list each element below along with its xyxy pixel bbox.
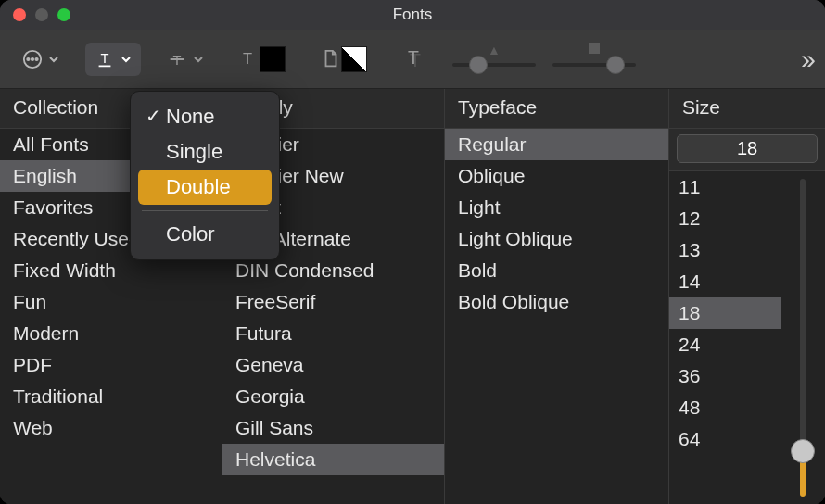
underline-menu-item[interactable]: None <box>138 99 272 134</box>
font-panel: Collection All FontsEnglishFavoritesRece… <box>0 89 825 504</box>
typeface-header: Typeface <box>445 89 668 129</box>
size-header: Size <box>669 89 825 129</box>
underline-dropdown-menu: NoneSingleDoubleColor <box>130 91 280 260</box>
square-mark-icon <box>589 43 600 54</box>
family-item[interactable]: Gill Sans <box>222 412 444 444</box>
toolbar: T T T T T <box>0 30 825 89</box>
svg-text:T: T <box>101 50 109 65</box>
close-window-button[interactable] <box>13 8 26 21</box>
collection-item[interactable]: Fun <box>0 286 222 318</box>
typeface-list[interactable]: RegularObliqueLightLight ObliqueBoldBold… <box>445 129 668 504</box>
family-item[interactable]: FreeSerif <box>222 286 444 318</box>
typeface-item[interactable]: Bold Oblique <box>445 286 668 318</box>
family-item[interactable]: Geneva <box>222 349 444 381</box>
family-item[interactable]: Helvetica <box>222 444 444 475</box>
underline-icon: T <box>95 49 115 69</box>
size-item[interactable]: 14 <box>669 266 781 297</box>
document-icon <box>321 46 341 72</box>
chevron-down-icon <box>48 54 59 65</box>
svg-point-1 <box>27 57 29 59</box>
size-slider[interactable] <box>781 171 825 504</box>
titlebar: Fonts <box>0 0 825 30</box>
size-item[interactable]: 48 <box>669 392 781 423</box>
slider-knob[interactable] <box>606 56 625 74</box>
text-color-swatch <box>260 46 286 72</box>
actions-menu-button[interactable] <box>13 43 69 76</box>
underline-menu-button[interactable]: T <box>85 43 141 76</box>
shadow-opacity-slider[interactable]: ▲ <box>452 43 536 76</box>
zoom-window-button[interactable] <box>57 8 70 21</box>
family-item[interactable]: Georgia <box>222 381 444 412</box>
size-item[interactable]: 11 <box>669 171 781 203</box>
collection-item[interactable]: Modern <box>0 318 222 349</box>
ellipsis-circle-icon <box>22 49 43 69</box>
size-item[interactable]: 36 <box>669 360 781 392</box>
minimize-window-button[interactable] <box>35 8 48 21</box>
toolbar-overflow-button[interactable]: ›› <box>801 44 812 75</box>
underline-menu-item[interactable]: Single <box>138 134 272 170</box>
typeface-column: Typeface RegularObliqueLightLight Obliqu… <box>445 89 669 504</box>
underline-menu-color[interactable]: Color <box>138 217 272 252</box>
svg-text:T: T <box>408 47 419 68</box>
window-controls <box>0 8 70 21</box>
underline-menu-item[interactable]: Double <box>138 170 272 205</box>
size-column: Size 111213141824364864 <box>669 89 825 504</box>
size-item[interactable]: 12 <box>669 203 781 234</box>
size-item[interactable]: 13 <box>669 234 781 266</box>
size-list[interactable]: 111213141824364864 <box>669 171 781 504</box>
svg-text:T: T <box>243 50 252 67</box>
document-color-swatch <box>341 46 367 72</box>
shadow-blur-slider[interactable] <box>552 43 636 76</box>
typeface-item[interactable]: Regular <box>445 129 668 160</box>
text-shadow-icon: T T <box>402 47 426 71</box>
fonts-window: Fonts T T T <box>0 0 825 504</box>
collection-item[interactable]: Traditional <box>0 381 222 412</box>
menu-separator <box>142 210 268 211</box>
strikethrough-icon: T <box>167 49 187 69</box>
slider-knob[interactable] <box>469 56 488 74</box>
slider-knob[interactable] <box>791 439 815 463</box>
window-title: Fonts <box>0 6 825 24</box>
chevron-down-icon <box>193 54 204 65</box>
text-shadow-button[interactable]: T T <box>393 43 436 76</box>
collection-item[interactable]: Web <box>0 412 222 444</box>
size-item[interactable]: 24 <box>669 329 781 360</box>
svg-point-2 <box>32 57 33 59</box>
text-color-button[interactable]: T <box>230 43 295 76</box>
strikethrough-menu-button[interactable]: T <box>158 43 213 76</box>
size-item[interactable]: 64 <box>669 423 781 455</box>
family-item[interactable]: Futura <box>222 318 444 349</box>
triangle-mark-icon: ▲ <box>488 43 501 57</box>
typeface-item[interactable]: Bold <box>445 255 668 286</box>
svg-point-3 <box>35 57 37 59</box>
size-item[interactable]: 18 <box>669 297 781 329</box>
text-color-icon: T <box>239 46 260 72</box>
typeface-item[interactable]: Oblique <box>445 160 668 192</box>
typeface-item[interactable]: Light Oblique <box>445 223 668 255</box>
collection-item[interactable]: PDF <box>0 349 222 381</box>
typeface-item[interactable]: Light <box>445 192 668 223</box>
chevron-down-icon <box>121 54 132 65</box>
document-color-button[interactable] <box>311 43 376 76</box>
size-input[interactable] <box>677 134 818 163</box>
